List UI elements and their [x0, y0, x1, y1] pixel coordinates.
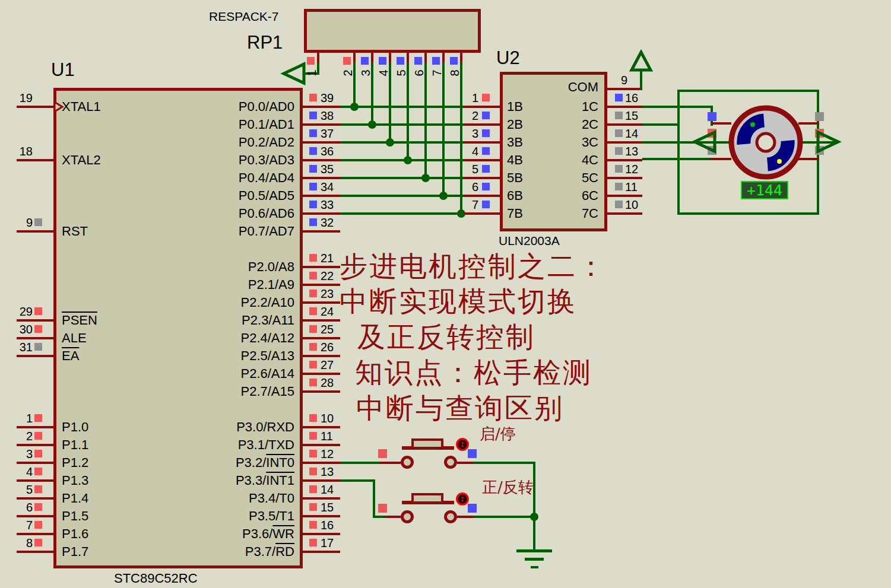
text-layer: 启/停正/反转步进电机控制之二：中断实现模式切换及正反转控制知识点：松手检测中断… [0, 0, 891, 588]
button-label: 正/反转 [482, 477, 534, 498]
button-label: 启/停 [480, 424, 516, 444]
schematic-canvas: U1 STC89C52RC RESPACK-7 RP1 U2 ULN2003A … [0, 0, 891, 588]
annotation-line: 步进电机控制之二： [340, 252, 607, 281]
annotation-line: 中断与查询区别 [356, 393, 564, 423]
annotation-line: 中断实现模式切换 [340, 287, 577, 316]
annotation-line: 及正反转控制 [357, 322, 535, 352]
annotation-line: 知识点：松手检测 [355, 358, 592, 387]
